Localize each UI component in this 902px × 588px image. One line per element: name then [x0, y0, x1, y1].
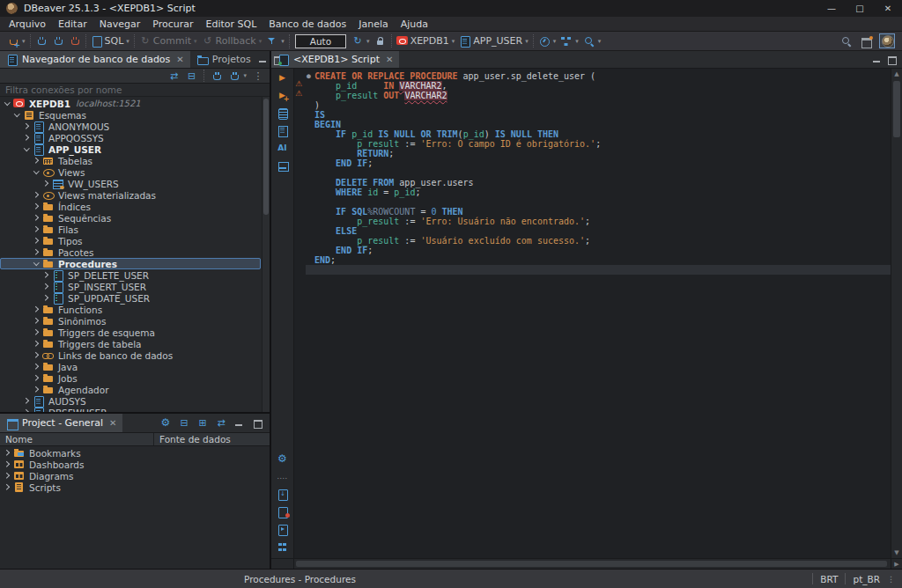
expand-arrow-icon[interactable]	[42, 281, 50, 292]
db-tree-item-links-de-banco-de-dados[interactable]: Links de banco de dados	[0, 349, 270, 361]
locale-indicator[interactable]: pt_BR	[853, 574, 880, 584]
minimize-panel-icon[interactable]	[257, 54, 270, 65]
expand-arrow-icon[interactable]	[33, 338, 41, 349]
db-tree-item-pacotes[interactable]: Pacotes	[0, 246, 270, 258]
timezone-indicator[interactable]: BRT	[820, 574, 838, 584]
delete-script-button[interactable]	[277, 506, 289, 518]
tx-mode-combo[interactable]: Auto	[295, 34, 346, 48]
expand-arrow-icon[interactable]	[4, 459, 11, 470]
expand-arrow-icon[interactable]	[33, 372, 41, 384]
dots-handle-button[interactable]	[277, 471, 289, 482]
ai-assistant-button[interactable]	[277, 143, 289, 154]
sql-code-area[interactable]: ●CREATE OR REPLACE PROCEDURE app_user.sp…	[306, 69, 891, 558]
expand-arrow-icon[interactable]	[33, 361, 41, 372]
new-window-button[interactable]	[859, 34, 875, 48]
expand-arrow-icon[interactable]	[23, 407, 31, 412]
collapse-all-button[interactable]	[176, 416, 192, 430]
link-with-editor-button[interactable]	[166, 70, 181, 83]
expand-arrow-icon[interactable]	[23, 395, 31, 407]
tab-database-navigator[interactable]: Navegador de banco de dados ✕	[0, 51, 190, 68]
refresh-button[interactable]: ▾	[350, 34, 372, 48]
outline-button[interactable]	[277, 541, 289, 553]
db-tree-item-triggers-de-esquema[interactable]: Triggers de esquema	[0, 327, 270, 338]
minimize-window-button[interactable]: —	[817, 0, 846, 17]
connect-plug-button[interactable]	[33, 34, 49, 48]
close-tab-icon[interactable]: ✕	[386, 55, 393, 64]
avatar-button[interactable]	[879, 33, 895, 48]
dropdown-caret-icon[interactable]: ▾	[126, 38, 129, 45]
project-tree-item-scripts[interactable]: Scripts	[0, 481, 270, 493]
link-with-editor-button[interactable]	[213, 416, 229, 430]
save-file-button[interactable]	[277, 489, 289, 500]
maximize-window-button[interactable]: □	[846, 0, 874, 17]
db-tree-item-filas[interactable]: Filas	[0, 224, 270, 235]
expand-all-button[interactable]	[195, 416, 211, 430]
statusbar-menu-icon[interactable]: ⋮	[887, 575, 895, 584]
db-tree-item-sin-nimos[interactable]: Sinônimos	[0, 315, 270, 327]
db-tree-item-java[interactable]: Java	[0, 361, 270, 372]
dropdown-caret-icon[interactable]: ▾	[366, 38, 370, 45]
project-tree-item-bookmarks[interactable]: Bookmarks	[0, 447, 270, 459]
er-diagram-button[interactable]: ▾	[558, 34, 580, 48]
expand-arrow-icon[interactable]	[23, 132, 31, 143]
minimize-panel-icon[interactable]	[871, 54, 884, 65]
expand-arrow-icon[interactable]	[33, 246, 41, 258]
close-tab-icon[interactable]: ✕	[109, 418, 116, 428]
reconnect-plug-button[interactable]	[50, 34, 66, 48]
schema-button[interactable]: APP_USER▾	[457, 34, 529, 48]
expand-arrow-icon[interactable]	[33, 349, 41, 361]
expand-arrow-icon[interactable]	[33, 304, 41, 315]
db-tree-item-ndices[interactable]: Índices	[0, 201, 270, 212]
expand-arrow-icon[interactable]	[33, 235, 41, 246]
db-tree-item-dbsfwuser[interactable]: DBSFWUSER	[0, 407, 270, 412]
dashboard-button[interactable]: ▾	[536, 34, 558, 48]
editor-vertical-scrollbar[interactable]: ▲ ▼	[891, 69, 902, 558]
menu-navegar[interactable]: Navegar	[93, 17, 147, 31]
scroll-up-icon[interactable]: ▲	[891, 70, 902, 77]
db-tree-item-views-materializadas[interactable]: Views materializadas	[0, 189, 270, 201]
scrollbar-thumb[interactable]	[263, 99, 269, 215]
maximize-panel-icon[interactable]	[886, 54, 898, 65]
expand-arrow-icon[interactable]	[33, 327, 41, 338]
tab-project-general[interactable]: Project - General ✕	[0, 414, 122, 432]
expand-arrow-icon[interactable]	[33, 384, 41, 395]
disconnect-plug-button[interactable]	[67, 34, 83, 48]
db-tree-item-agendador[interactable]: Agendador	[0, 384, 270, 395]
collapse-arrow-icon[interactable]	[13, 109, 21, 121]
show-output-button[interactable]	[277, 160, 289, 172]
column-header-nome[interactable]: Nome	[0, 433, 154, 445]
menu-editar[interactable]: Editar	[52, 17, 93, 31]
oracle-button[interactable]: XEPDB1▾	[395, 34, 457, 48]
menu-editor-sql[interactable]: Editor SQL	[199, 17, 262, 31]
maximize-button[interactable]	[250, 416, 266, 430]
db-tree-item-esquemas[interactable]: Esquemas	[0, 109, 270, 121]
menu-arquivo[interactable]: Arquivo	[3, 17, 52, 31]
scrollbar-thumb[interactable]	[296, 561, 887, 567]
dropdown-caret-icon[interactable]: ▾	[553, 38, 557, 45]
menu-banco-de-dados[interactable]: Banco de dados	[262, 17, 352, 31]
expand-arrow-icon[interactable]	[33, 189, 41, 201]
expand-arrow-icon[interactable]	[42, 292, 50, 304]
db-tree-item-functions[interactable]: Functions	[0, 304, 270, 315]
project-tree-item-dashboards[interactable]: Dashboards	[0, 459, 270, 470]
collapse-arrow-icon[interactable]	[4, 98, 11, 109]
dropdown-caret-icon[interactable]: ▾	[525, 38, 529, 45]
db-tree-item-vw-users[interactable]: VW_USERS	[0, 178, 270, 189]
expand-arrow-icon[interactable]	[33, 212, 41, 224]
connection-filter-input[interactable]	[0, 84, 270, 96]
new-connection-button[interactable]: ▾	[5, 34, 27, 48]
db-tree-item-app-user[interactable]: APP_USER	[0, 143, 270, 155]
settings-button[interactable]	[158, 416, 174, 430]
menu-janela[interactable]: Janela	[352, 17, 395, 31]
search-button[interactable]	[839, 34, 854, 48]
dropdown-caret-icon[interactable]: ▾	[281, 38, 285, 45]
expand-arrow-icon[interactable]	[4, 481, 11, 493]
db-tree-item-procedures[interactable]: Procedures	[0, 258, 261, 269]
expand-arrow-icon[interactable]	[4, 470, 11, 481]
scroll-down-icon[interactable]: ▼	[891, 549, 902, 556]
collapse-all-button[interactable]	[183, 70, 199, 83]
menu-procurar[interactable]: Procurar	[146, 17, 199, 31]
tx-filter-button[interactable]: ▾	[264, 34, 286, 48]
search-small-button[interactable]: ▾	[581, 34, 603, 48]
column-header-fonte[interactable]: Fonte de dados	[154, 433, 270, 445]
